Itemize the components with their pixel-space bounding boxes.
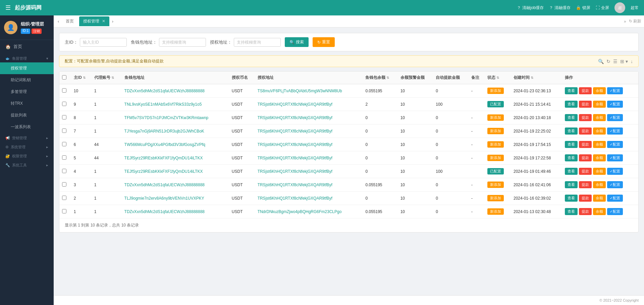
- row-checkbox-7[interactable]: [62, 182, 66, 187]
- row-checkbox-4[interactable]: [62, 142, 66, 146]
- withdraw-button[interactable]: 提款: [579, 208, 592, 215]
- view-button[interactable]: 查看: [565, 114, 578, 121]
- search-toolbar-icon[interactable]: 🔍: [598, 59, 604, 64]
- view-button[interactable]: 查看: [565, 181, 578, 188]
- th-wallet-balance[interactable]: 鱼钱包余额: [363, 71, 397, 84]
- sidebar-item-mnemonic[interactable]: 助记词私钥: [0, 74, 54, 86]
- withdraw-button[interactable]: 提款: [579, 128, 592, 135]
- row-checkbox-8[interactable]: [62, 196, 66, 200]
- config-button[interactable]: ✓配置: [607, 208, 623, 215]
- view-button[interactable]: 查看: [565, 168, 578, 175]
- sidebar-section-system[interactable]: ⚙ 系统管理 ▸: [0, 142, 54, 151]
- cell-wallet-addr[interactable]: TFM5v7SV7DS7n1PJhfCmZVTKw3KRmtawnp: [122, 111, 229, 124]
- config-button[interactable]: ✓配置: [607, 101, 623, 108]
- view-button[interactable]: 查看: [565, 141, 578, 148]
- balance-button[interactable]: 余额: [593, 168, 606, 175]
- cell-wallet-addr[interactable]: TEJfSyrz29REsbKKkFXF1fyQmDU14iLTKX: [122, 151, 229, 165]
- view-button[interactable]: 查看: [565, 208, 578, 215]
- cell-wallet-addr[interactable]: TJYesga7nGj9ARN51JrDR3ujb2GJWhCBoK: [122, 124, 229, 138]
- user-avatar[interactable]: 超: [614, 2, 625, 13]
- th-status[interactable]: 状态: [485, 71, 511, 84]
- tab-next-btn[interactable]: ›: [111, 18, 115, 24]
- sidebar-section-marketing[interactable]: 📢 营销管理 ▸: [0, 133, 54, 142]
- cell-auth-addr[interactable]: TRSjst6KhHQ1RTXf8cNfekjGXQAR9tfByf: [255, 98, 363, 111]
- balance-button[interactable]: 余额: [593, 141, 606, 148]
- tab-close-icon[interactable]: ✕: [102, 19, 105, 23]
- config-button[interactable]: ✓配置: [607, 154, 623, 161]
- row-checkbox-1[interactable]: [62, 102, 66, 106]
- view-button[interactable]: 查看: [565, 128, 578, 135]
- cell-wallet-addr[interactable]: TDZvXxn5dhMc2dS1qfaUECWzhJ88888888: [122, 84, 229, 98]
- cell-auth-addr[interactable]: TRSjst6KhHQ1RTXf8cNfekjGXQAR9tfByf: [255, 111, 363, 124]
- balance-button[interactable]: 余额: [593, 208, 606, 215]
- balance-button[interactable]: 余额: [593, 128, 606, 135]
- row-checkbox-3[interactable]: [62, 129, 66, 133]
- sidebar-item-auth-mgmt[interactable]: 授权管理: [0, 62, 54, 74]
- sidebar-item-home[interactable]: 🏠 首页: [0, 40, 54, 53]
- cell-auth-addr[interactable]: TNdrDNkuzBgmZjwo4pBQHgRG6Fm23CLPgo: [255, 205, 363, 218]
- balance-button[interactable]: 余额: [593, 87, 606, 94]
- cell-wallet-addr[interactable]: TLJ9ogmie7n2erv8A6ny9bVENVn1UVXPKY: [122, 192, 229, 205]
- config-button[interactable]: ✓配置: [607, 141, 623, 148]
- cell-wallet-addr[interactable]: TDZvXxn5dhMc2dS1qfaUECWzhJ88888888: [122, 205, 229, 218]
- row-checkbox-9[interactable]: [62, 209, 66, 213]
- withdraw-button[interactable]: 提款: [579, 168, 592, 175]
- sidebar-item-transfer-trx[interactable]: 转TRX: [0, 98, 54, 109]
- sidebar-section-tools[interactable]: 🔧 系统工具 ▸: [0, 160, 54, 169]
- balance-button[interactable]: 余额: [593, 154, 606, 161]
- wallet-addr-input[interactable]: [159, 38, 206, 47]
- view-button[interactable]: 查看: [565, 154, 578, 161]
- cell-wallet-addr[interactable]: TEJfSyrz29REsbKKkFXF1fyQmDU14iLTKX: [122, 165, 229, 178]
- logout-badge[interactable]: 注销: [32, 29, 42, 34]
- row-checkbox-2[interactable]: [62, 115, 66, 119]
- view-button[interactable]: 查看: [565, 101, 578, 108]
- config-button[interactable]: ✓配置: [607, 195, 623, 202]
- balance-button[interactable]: 余额: [593, 101, 606, 108]
- withdraw-button[interactable]: 提款: [579, 195, 592, 202]
- cell-auth-addr[interactable]: TRSjst6KhHQ1RTXf8cNfekjGXQAR9tfByf: [255, 124, 363, 138]
- th-created-at[interactable]: 创建时间: [511, 71, 562, 84]
- balance-button[interactable]: 余额: [593, 181, 606, 188]
- cell-auth-addr[interactable]: TRSjst6KhHQ1RTXf8cNfekjGXQAR9tfByf: [255, 192, 363, 205]
- export-icon[interactable]: ↓: [631, 59, 633, 64]
- config-button[interactable]: ✓配置: [607, 87, 623, 94]
- cell-wallet-addr[interactable]: TDZvXxn5dhMc2dS1qfaUECWzhJ88888888: [122, 178, 229, 192]
- refresh-toolbar-icon[interactable]: ↻: [606, 59, 610, 64]
- clear-job-cache-btn[interactable]: ？ 清融job缓存: [517, 5, 544, 11]
- view-button[interactable]: 查看: [565, 195, 578, 202]
- cell-auth-addr[interactable]: TS8muVF6PLjTvABbQiAbtU5mgW3wNNM8Ub: [255, 84, 363, 98]
- cell-wallet-addr[interactable]: TNL9vsKyoSE1nMAb5x6Vf7RikS33z9y1o5: [122, 98, 229, 111]
- balance-button[interactable]: 余额: [593, 114, 606, 121]
- fullscreen-btn[interactable]: ⛶ 全屏: [596, 5, 609, 11]
- tab-prev-btn[interactable]: ‹: [56, 18, 60, 24]
- auth-addr-input[interactable]: [234, 38, 281, 47]
- menu-toggle-icon[interactable]: ☰: [5, 4, 11, 11]
- main-id-input[interactable]: [80, 38, 127, 47]
- sidebar-section-permissions[interactable]: 🔐 权限管理 ▸: [0, 151, 54, 160]
- config-button[interactable]: ✓配置: [607, 181, 623, 188]
- th-master-id[interactable]: 主ID: [71, 71, 92, 84]
- config-button[interactable]: ✓配置: [607, 128, 623, 135]
- balance-button[interactable]: 余额: [593, 195, 606, 202]
- cell-auth-addr[interactable]: TRSjst6KhHQ1RTXf8cNfekjGXQAR9tfByf: [255, 138, 363, 151]
- row-checkbox-6[interactable]: [62, 169, 66, 173]
- tab-auth-mgmt[interactable]: 授权管理 ✕: [79, 16, 109, 26]
- th-agent-id[interactable]: 代理账号: [92, 71, 122, 84]
- select-all-checkbox[interactable]: [62, 75, 66, 80]
- cell-auth-addr[interactable]: TRSjst6KhHQ1RTXf8cNfekjGXQAR9tfByf: [255, 165, 363, 178]
- reset-button[interactable]: ↻ 重置: [313, 37, 335, 47]
- withdraw-button[interactable]: 提款: [579, 114, 592, 121]
- tab-home[interactable]: 首页: [62, 16, 78, 26]
- config-button[interactable]: ✓配置: [607, 168, 623, 175]
- withdraw-button[interactable]: 提款: [579, 101, 592, 108]
- view-button[interactable]: 查看: [565, 87, 578, 94]
- config-button[interactable]: ✓配置: [607, 114, 623, 121]
- grid-view-icon[interactable]: ⊞ ▾: [620, 59, 628, 64]
- cell-auth-addr[interactable]: TRSjst6KhHQ1RTXf8cNfekjGXQAR9tfByf: [255, 178, 363, 192]
- row-checkbox-5[interactable]: [62, 155, 66, 160]
- sidebar-section-fish[interactable]: 🐟 鱼苗管理 ▾: [0, 53, 54, 62]
- cell-wallet-addr[interactable]: TW566McuPDgXXu4PGfbd3V3bfGosgZVPfq: [122, 138, 229, 151]
- withdraw-button[interactable]: 提款: [579, 141, 592, 148]
- withdraw-button[interactable]: 提款: [579, 154, 592, 161]
- withdraw-button[interactable]: 提款: [579, 87, 592, 94]
